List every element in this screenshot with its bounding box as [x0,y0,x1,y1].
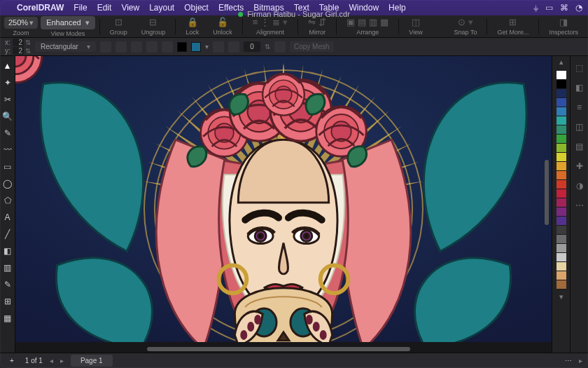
view-button[interactable]: ◫View [403,17,428,36]
canvas[interactable] [15,56,552,353]
inspector-icon-4[interactable]: ▤ [575,142,584,151]
color-swatch[interactable] [556,98,566,107]
tool-shape[interactable]: ✦ [2,77,13,88]
color-swatch[interactable] [556,171,566,180]
menu-help[interactable]: Help [388,3,406,13]
zoom-level[interactable]: 250%▾ [4,17,38,29]
wrap-style[interactable]: Rectangular▾ [35,41,96,52]
tool-transparency[interactable]: ▦ [2,313,13,324]
color-swatch[interactable] [556,71,566,80]
prop-icon-5[interactable] [162,41,173,53]
page-tab[interactable]: Page 1 [71,355,113,367]
outline-width[interactable]: 0 [244,41,260,52]
tool-pick[interactable]: ▲ [2,60,13,71]
tool-outline[interactable]: ▥ [2,262,13,273]
color-swatch[interactable] [556,180,566,189]
tool-polygon[interactable]: ⬠ [2,195,13,206]
color-swatch[interactable] [556,107,566,116]
color-swatch[interactable] [556,198,566,207]
prev-page-button[interactable]: ◂ [50,357,53,364]
inspector-icon-7[interactable]: ⋯ [575,200,584,210]
arrange-group[interactable]: ▣▤▥▦Arrange [341,17,394,36]
add-page-button[interactable]: + [6,355,18,366]
color-swatch[interactable] [556,144,566,153]
tool-crop[interactable]: ✂ [2,94,13,105]
unlock-button[interactable]: 🔓Unlock [207,17,238,36]
menu-edit[interactable]: Edit [97,3,112,13]
tool-freehand[interactable]: ✎ [2,128,13,139]
fill-swatch[interactable] [177,42,187,52]
app-name[interactable]: CorelDRAW [17,3,64,13]
inspector-icon-5[interactable]: ✚ [575,161,584,171]
prop-icon-2[interactable] [115,41,127,53]
menu-layout[interactable]: Layout [149,3,174,13]
inspectors-button[interactable]: ◨Inspectors [543,17,584,36]
position-xy[interactable]: x:2⇅ y:2⇅ [4,39,31,55]
inspector-icon-2[interactable]: ≡ [575,102,584,112]
color-swatch[interactable] [556,271,566,280]
menu-window[interactable]: Window [349,3,379,13]
tool-eyedrop[interactable]: ✎ [2,279,13,290]
prop-icon-1[interactable] [100,41,111,53]
prop-icon-6[interactable] [213,41,224,53]
color-swatch[interactable] [556,253,566,262]
color-swatch[interactable] [556,280,566,289]
tool-text[interactable]: A [2,212,13,223]
wifi-icon[interactable]: ⏚ [533,3,538,13]
control-center-icon[interactable]: ⌘ [560,3,568,13]
menu-file[interactable]: File [74,3,87,13]
color-swatch[interactable] [556,135,566,144]
battery-icon[interactable]: ▭ [545,3,553,13]
horizontal-scrollbar[interactable] [15,346,542,353]
clock-icon[interactable]: ◔ [575,3,582,13]
color-swatch[interactable] [556,217,566,226]
tool-rect[interactable]: ▭ [2,161,13,172]
color-swatch[interactable] [556,262,566,271]
color-swatch[interactable] [556,226,566,235]
color-swatch[interactable] [556,153,566,162]
tool-artistic[interactable]: 〰 [2,144,13,156]
color-swatch[interactable] [556,116,566,125]
status-expand-icon[interactable]: ▸ [579,357,582,364]
alignment-group[interactable]: ≡⋮≣▾Alignment [247,17,294,36]
svg-point-17 [247,322,254,332]
tool-mesh[interactable]: ⊞ [2,296,13,307]
tool-zoom[interactable]: 🔍 [2,111,13,122]
ungroup-button[interactable]: ⊟Ungroup [136,17,172,36]
status-more-button[interactable]: ⋯ [565,357,572,364]
view-mode-select[interactable]: Enhanced▾ [41,16,95,29]
copy-mesh-button[interactable]: Copy Mesh [290,41,334,52]
color-swatch[interactable] [556,189,566,198]
prop-icon-7[interactable] [228,41,239,53]
color-swatch[interactable] [556,207,566,217]
color-swatch[interactable] [556,235,566,244]
inspector-icon-6[interactable]: ◑ [575,181,584,191]
vertical-scrollbar[interactable] [543,56,550,353]
tool-ellipse[interactable]: ◯ [2,178,13,189]
prop-icon-3[interactable] [131,41,142,53]
color-swatch[interactable] [556,162,566,171]
menu-view[interactable]: View [121,3,139,13]
tool-parallel[interactable]: ╱ [2,229,13,240]
color-swatch[interactable] [556,125,566,135]
group-button[interactable]: ⊡Group [104,17,133,36]
inspector-icon-0[interactable]: ⬚ [575,63,584,73]
next-page-button[interactable]: ▸ [60,357,64,364]
property-bar: x:2⇅ y:2⇅ Rectangular▾ ▾ 0 ⇅ Copy Mesh [0,38,588,56]
prop-icon-8[interactable] [274,41,286,53]
color-swatch[interactable] [556,89,566,98]
outline-swatch[interactable] [191,42,201,52]
menu-object[interactable]: Object [184,3,209,13]
palette-up-icon[interactable]: ▴ [552,56,570,68]
get-more-button[interactable]: ⊞Get More... [491,17,534,36]
color-swatch[interactable] [556,80,566,89]
inspector-icon-3[interactable]: ◫ [575,122,584,132]
color-swatch[interactable] [556,244,566,253]
lock-button[interactable]: 🔒Lock [180,17,204,36]
palette-down-icon[interactable]: ▾ [552,292,570,301]
mirror-group[interactable]: ⇋⇵Mirror [302,17,332,36]
inspector-icon-1[interactable]: ◧ [575,83,584,93]
prop-icon-4[interactable] [146,41,158,53]
tool-fill[interactable]: ◧ [2,245,13,257]
snap-to-button[interactable]: ⊙▾Snap To [449,17,483,36]
